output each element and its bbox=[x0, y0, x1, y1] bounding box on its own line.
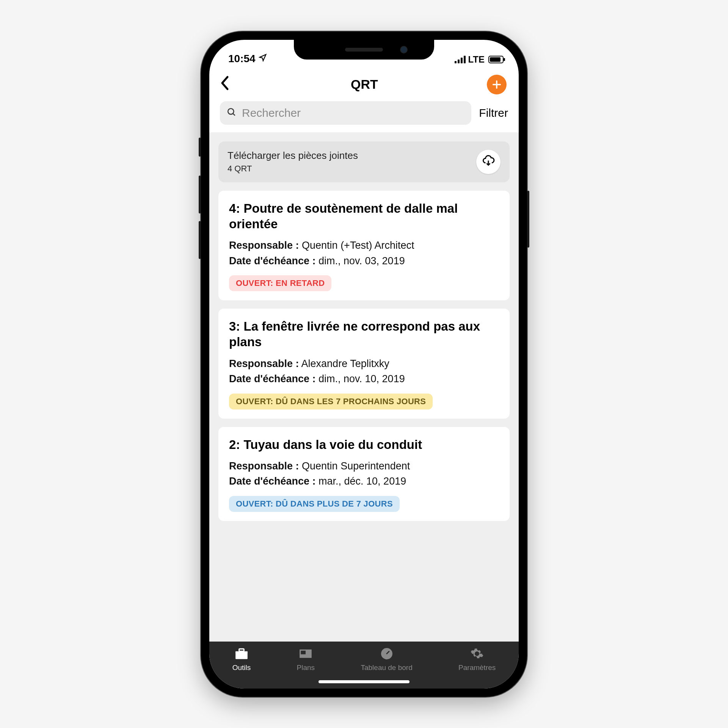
svg-point-0 bbox=[228, 108, 234, 114]
signal-icon bbox=[455, 56, 466, 63]
due-label: Date d'échéance : bbox=[229, 255, 316, 267]
status-badge: OUVERT: DÛ DANS PLUS DE 7 JOURS bbox=[229, 496, 400, 512]
page-title: QRT bbox=[242, 77, 487, 92]
notch bbox=[294, 40, 434, 60]
due-value: dim., nov. 10, 2019 bbox=[318, 373, 405, 384]
download-subtitle: 4 QRT bbox=[228, 164, 358, 174]
gear-icon bbox=[469, 647, 485, 661]
responsible-label: Responsable : bbox=[229, 240, 299, 251]
download-banner[interactable]: Télécharger les pièces jointes 4 QRT bbox=[218, 141, 510, 182]
screen: 10:54 LTE QRT bbox=[209, 40, 519, 689]
phone-frame: 10:54 LTE QRT bbox=[201, 31, 527, 697]
status-badge: OUVERT: EN RETARD bbox=[229, 275, 331, 291]
responsible-value: Alexandre Teplitxky bbox=[301, 358, 389, 369]
download-button[interactable] bbox=[476, 150, 500, 174]
tab-parametres[interactable]: Paramètres bbox=[458, 647, 496, 672]
add-button[interactable] bbox=[487, 75, 507, 94]
location-icon bbox=[259, 53, 267, 64]
item-title: 2: Tuyau dans la voie du conduit bbox=[229, 437, 499, 452]
blueprint-icon bbox=[298, 647, 313, 661]
tab-plans[interactable]: Plans bbox=[297, 647, 315, 672]
tab-bar: Outils Plans Tableau de bord Paramètres bbox=[209, 642, 519, 675]
content-area[interactable]: Télécharger les pièces jointes 4 QRT 4: … bbox=[209, 132, 519, 642]
side-button bbox=[199, 176, 201, 213]
tab-label: Plans bbox=[297, 664, 315, 672]
back-button[interactable] bbox=[219, 75, 242, 93]
download-title: Télécharger les pièces jointes bbox=[228, 150, 358, 162]
side-button bbox=[527, 191, 529, 248]
tab-label: Outils bbox=[232, 664, 251, 672]
side-button bbox=[199, 138, 201, 157]
due-label: Date d'échéance : bbox=[229, 373, 316, 384]
battery-icon bbox=[488, 56, 504, 63]
svg-rect-6 bbox=[301, 651, 306, 654]
side-button bbox=[199, 221, 201, 259]
search-row: Filtrer bbox=[209, 101, 519, 132]
due-value: dim., nov. 03, 2019 bbox=[318, 255, 405, 267]
responsible-label: Responsable : bbox=[229, 460, 299, 472]
search-input[interactable] bbox=[242, 107, 464, 119]
status-time: 10:54 bbox=[228, 53, 256, 65]
responsible-label: Responsable : bbox=[229, 358, 299, 369]
tab-outils[interactable]: Outils bbox=[232, 647, 251, 672]
tab-tableau[interactable]: Tableau de bord bbox=[361, 647, 412, 672]
responsible-value: Quentin Superintendent bbox=[302, 460, 410, 472]
responsible-value: Quentin (+Test) Architect bbox=[302, 240, 414, 251]
list-item[interactable]: 3: La fenêtre livrée ne correspond pas a… bbox=[218, 309, 510, 419]
filter-button[interactable]: Filtrer bbox=[479, 107, 508, 119]
due-label: Date d'échéance : bbox=[229, 475, 316, 487]
list-item[interactable]: 4: Poutre de soutènement de dalle mal or… bbox=[218, 191, 510, 301]
due-value: mar., déc. 10, 2019 bbox=[318, 475, 406, 487]
status-badge: OUVERT: DÛ DANS LES 7 PROCHAINS JOURS bbox=[229, 394, 433, 410]
cloud-download-icon bbox=[482, 154, 495, 169]
home-indicator[interactable] bbox=[209, 675, 519, 689]
toolbox-icon bbox=[234, 647, 249, 661]
dashboard-icon bbox=[379, 647, 394, 661]
network-label: LTE bbox=[468, 54, 485, 65]
item-title: 4: Poutre de soutènement de dalle mal or… bbox=[229, 201, 499, 232]
tab-label: Tableau de bord bbox=[361, 664, 412, 672]
item-title: 3: La fenêtre livrée ne correspond pas a… bbox=[229, 318, 499, 350]
list-item[interactable]: 2: Tuyau dans la voie du conduit Respons… bbox=[218, 427, 510, 521]
search-icon bbox=[227, 107, 237, 119]
svg-line-1 bbox=[233, 113, 235, 115]
svg-rect-4 bbox=[239, 649, 244, 651]
search-box[interactable] bbox=[220, 101, 471, 125]
tab-label: Paramètres bbox=[458, 664, 496, 672]
nav-header: QRT bbox=[209, 66, 519, 101]
